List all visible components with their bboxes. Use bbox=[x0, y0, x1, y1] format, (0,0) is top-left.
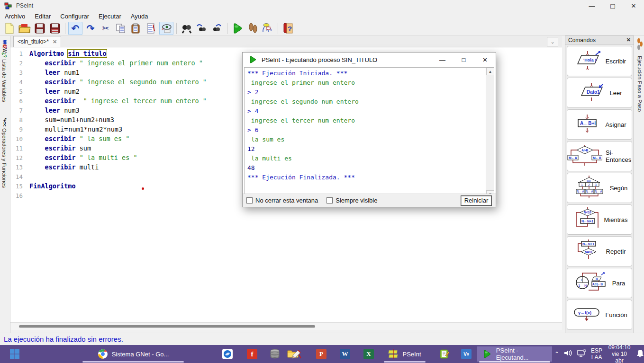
minimize-button[interactable]: — bbox=[581, 0, 602, 11]
taskbar-item-paint[interactable] bbox=[288, 346, 305, 362]
taskbar-item-excel[interactable]: X bbox=[360, 346, 377, 362]
taskbar-item-chrome[interactable]: Sistema GNet - Go... bbox=[81, 346, 186, 362]
notifications-bell-icon[interactable] bbox=[636, 349, 644, 359]
reiniciar-button[interactable]: Reiniciar bbox=[461, 195, 492, 206]
cut-icon[interactable]: ✂ bbox=[99, 22, 113, 35]
menu-archivo[interactable]: Archivo bbox=[0, 12, 30, 21]
find-icon[interactable] bbox=[180, 22, 194, 35]
volume-icon[interactable] bbox=[564, 349, 572, 359]
execution-window-titlebar[interactable]: PSeInt - Ejecutando proceso SIN_TITULO —… bbox=[243, 53, 496, 67]
command-mientras[interactable]: N<10N←N+1Mientras bbox=[567, 204, 632, 235]
right-panel-tab[interactable]: Ejecución Paso a Paso bbox=[635, 36, 644, 333]
menu-ayuda[interactable]: Ayuda bbox=[126, 12, 153, 21]
new-file-icon[interactable] bbox=[2, 22, 17, 35]
find-prev-icon[interactable] bbox=[195, 22, 209, 35]
menu-editar[interactable]: Editar bbox=[30, 12, 55, 21]
console-scrollbar[interactable]: ▲ ▼ bbox=[486, 68, 494, 198]
code-token bbox=[29, 59, 45, 67]
svg-text:3: 3 bbox=[595, 183, 597, 186]
code-token: num3 bbox=[60, 106, 80, 114]
code-token bbox=[29, 106, 45, 114]
execution-window[interactable]: PSeInt - Ejecutando proceso SIN_TITULO —… bbox=[242, 52, 496, 207]
repetir-flowchart-icon: N←N+1N=10 bbox=[573, 239, 603, 264]
scroll-up-icon[interactable]: ▲ bbox=[486, 68, 494, 75]
step-run-icon[interactable] bbox=[245, 22, 260, 35]
format-code-icon[interactable] bbox=[144, 22, 158, 35]
checkbox-icon[interactable] bbox=[246, 197, 253, 204]
clock[interactable]: 09:04:10vie 10 abr bbox=[607, 344, 632, 363]
sidebar-tab-operadores[interactable]: *+=< Operadores y Funciones bbox=[0, 116, 9, 189]
syntax-view-icon[interactable]: + bbox=[159, 22, 173, 35]
menu-ejecutar[interactable]: Ejecutar bbox=[94, 12, 126, 21]
taskbar-item-blue-app[interactable] bbox=[219, 346, 236, 362]
tray-expand-icon[interactable]: ⌃ bbox=[554, 351, 559, 357]
exec-maximize-button[interactable]: □ bbox=[453, 53, 474, 67]
error-marker-dot bbox=[142, 187, 144, 190]
command-funcion[interactable]: y←f(x)Función bbox=[567, 300, 632, 330]
variables-icon: ₩42'A'¿? bbox=[2, 40, 7, 57]
code-token bbox=[29, 135, 45, 142]
checkbox-siempre-visible[interactable]: Siempre visible bbox=[327, 197, 377, 204]
help-icon[interactable]: ? bbox=[281, 22, 295, 35]
command-sientonces[interactable]: A>BM←AM←BSi-Entonces bbox=[567, 141, 632, 171]
code-token bbox=[76, 154, 80, 161]
copy-icon[interactable] bbox=[114, 22, 128, 35]
commands-panel-header[interactable]: Comandos ✕ bbox=[565, 36, 634, 44]
sientonces-flowchart-icon: A>BM←AM←B bbox=[567, 144, 602, 168]
run-icon[interactable] bbox=[230, 22, 245, 35]
scrollbar-thumb[interactable] bbox=[19, 325, 315, 328]
paste-icon[interactable] bbox=[129, 22, 143, 35]
line-number: 1 bbox=[10, 50, 29, 57]
exec-close-button[interactable]: ✕ bbox=[474, 53, 496, 67]
taskbar-item-f-app[interactable]: f bbox=[244, 346, 261, 362]
redo-icon[interactable]: ↷ bbox=[83, 22, 98, 35]
find-next-icon[interactable] bbox=[210, 22, 224, 35]
code-token bbox=[64, 50, 68, 57]
command-escribir[interactable]: 'Hola !'Escribir bbox=[567, 46, 632, 76]
taskbar-item-powerpoint[interactable]: P bbox=[313, 346, 330, 362]
start-button[interactable] bbox=[7, 346, 23, 362]
command-para[interactable]: i1NBA[i]←BPara bbox=[567, 268, 632, 298]
editor-horizontal-scrollbar[interactable] bbox=[10, 322, 562, 330]
close-button[interactable]: ✕ bbox=[623, 0, 644, 11]
checkbox-no-cerrar[interactable]: No cerrar esta ventana bbox=[246, 197, 318, 204]
save-as-icon[interactable] bbox=[48, 22, 62, 35]
command-repetir[interactable]: N←N+1N=10Repetir bbox=[567, 236, 632, 266]
taskbar-item-pseint[interactable]: PSeInt bbox=[382, 346, 427, 362]
code-token: sum=num1+num2+num3 bbox=[29, 116, 114, 124]
code-token bbox=[29, 97, 45, 105]
command-segun[interactable]: dat123N←AN←AN←ASegún bbox=[567, 173, 632, 203]
checkbox-icon[interactable] bbox=[327, 197, 333, 204]
line-number: 9 bbox=[10, 126, 29, 133]
undo-icon[interactable]: ↶ bbox=[68, 22, 82, 35]
sidebar-tab-variables[interactable]: ₩42'A'¿? Lista de Variables bbox=[0, 38, 9, 104]
system-tray: ⌃ ESPLAA 09:04:10vie 10 abr bbox=[554, 345, 644, 363]
exec-minimize-button[interactable]: — bbox=[432, 53, 453, 67]
open-file-icon[interactable] bbox=[18, 22, 32, 35]
code-token bbox=[29, 78, 45, 86]
language-indicator[interactable]: ESPLAA bbox=[591, 347, 602, 361]
command-leer[interactable]: Dato1Leer bbox=[567, 78, 632, 108]
command-asignar[interactable]: A←B+iAsignar bbox=[567, 109, 632, 140]
flowchart-icon[interactable] bbox=[261, 22, 275, 35]
network-display-icon[interactable] bbox=[577, 349, 586, 359]
taskbar-item-notepad[interactable] bbox=[436, 346, 453, 362]
execution-console[interactable]: *** Ejecución Iniciada. *** ingrese el p… bbox=[244, 67, 494, 198]
code-token: " la multi es " bbox=[80, 154, 137, 161]
tab-list-dropdown[interactable]: ⌄ bbox=[547, 37, 558, 46]
menu-configurar[interactable]: Configurar bbox=[55, 12, 94, 21]
taskbar-item-pseint-exec[interactable]: PSeInt - Ejecutand... bbox=[477, 346, 552, 362]
save-icon[interactable] bbox=[33, 22, 47, 35]
maximize-button[interactable]: ▢ bbox=[602, 0, 623, 11]
svg-text:N<10: N<10 bbox=[584, 211, 591, 214]
code-token bbox=[29, 144, 45, 152]
tab-close-icon[interactable]: ✕ bbox=[53, 39, 57, 45]
taskbar-item-database[interactable] bbox=[266, 346, 283, 362]
taskbar-item-word[interactable]: W bbox=[336, 346, 354, 362]
line-number: 8 bbox=[10, 116, 29, 124]
sidebar-tab-label: Lista de Variables bbox=[1, 59, 7, 102]
taskbar-item-vb[interactable]: VB bbox=[458, 346, 475, 362]
tab-sin-titulo[interactable]: <sin_titulo>* ✕ bbox=[13, 36, 61, 47]
commands-panel-close-icon[interactable]: ✕ bbox=[626, 37, 631, 43]
code-token: multi= bbox=[29, 125, 68, 133]
